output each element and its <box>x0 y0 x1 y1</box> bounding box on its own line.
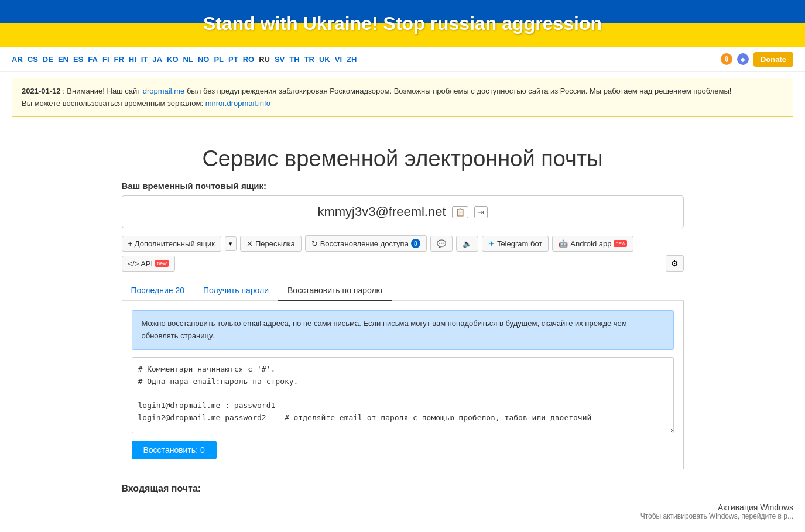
ukraine-banner: Stand with Ukraine! Stop russian aggress… <box>0 0 805 47</box>
language-links: AR CS DE EN ES FA FI FR HI IT JA KO NL N… <box>12 55 357 64</box>
alert-site-link[interactable]: dropmail.me <box>143 87 185 95</box>
restore-icon: ↻ <box>311 239 318 248</box>
api-button[interactable]: </> APInew <box>122 256 175 272</box>
change-email-button[interactable]: ⇥ <box>474 206 488 218</box>
lang-zh[interactable]: ZH <box>347 55 357 64</box>
restore-info-box: Можно восстановить только email адреса, … <box>132 310 674 350</box>
lang-fi[interactable]: FI <box>102 55 109 64</box>
lang-ja[interactable]: JA <box>152 55 162 64</box>
sound-button[interactable]: 🔈 <box>456 236 478 252</box>
lang-tr[interactable]: TR <box>304 55 314 64</box>
nav-bar: AR CS DE EN ES FA FI FR HI IT JA KO NL N… <box>0 47 805 72</box>
donate-button[interactable]: Donate <box>753 52 793 67</box>
ethereum-icon[interactable]: ◆ <box>737 53 749 65</box>
bitcoin-icon[interactable]: ₿ <box>721 53 732 65</box>
lang-de[interactable]: DE <box>43 55 53 64</box>
restore-submit-button[interactable]: Восстановить: 0 <box>132 441 217 459</box>
tab-last20[interactable]: Последние 20 <box>122 281 194 301</box>
alert-text2: был без предупреждения заблокирован Роск… <box>187 87 731 95</box>
alert-box: 2021-01-12 : Внимание! Наш сайт dropmail… <box>12 78 793 118</box>
lang-th[interactable]: TH <box>289 55 299 64</box>
lang-vi[interactable]: VI <box>335 55 342 64</box>
lang-ar[interactable]: AR <box>12 55 23 64</box>
lang-hi[interactable]: HI <box>129 55 136 64</box>
alert-mirror-link[interactable]: mirror.dropmail.info <box>205 99 270 108</box>
lang-sv[interactable]: SV <box>275 55 285 64</box>
lang-fa[interactable]: FA <box>88 55 98 64</box>
tab-passwords[interactable]: Получить пароли <box>194 281 278 301</box>
restore-tab-content: Можно восстановить только email адреса, … <box>122 301 684 469</box>
android-button[interactable]: 🤖 Android appnew <box>552 236 633 252</box>
settings-button[interactable]: ⚙ <box>666 255 684 272</box>
alert-mirror-text: Вы можете воспользоваться временным зерк… <box>22 99 205 108</box>
copy-email-button[interactable]: 📋 <box>452 206 468 218</box>
mailbox-label: Ваш временный почтовый ящик: <box>122 181 684 191</box>
add-mailbox-button[interactable]: + Дополнительный ящик <box>122 236 221 252</box>
lang-ru[interactable]: RU <box>259 55 270 64</box>
forwarding-label: Пересылка <box>255 239 295 248</box>
api-label: </> API <box>128 259 153 268</box>
lang-fr[interactable]: FR <box>114 55 124 64</box>
restore-access-label: Восстановление доступа <box>320 239 409 248</box>
telegram-label: Telegram бот <box>497 239 542 248</box>
forwarding-button[interactable]: ✕ Пересылка <box>240 236 302 252</box>
lang-ko[interactable]: KO <box>167 55 179 64</box>
add-mailbox-label: + Дополнительный ящик <box>128 239 215 248</box>
email-display-box: kmmyj3v3@freeml.net 📋 ⇥ <box>122 195 684 228</box>
telegram-icon: ✈ <box>488 239 495 248</box>
lang-no[interactable]: NO <box>198 55 210 64</box>
restore-access-button[interactable]: ↻ Восстановление доступа 8 <box>305 235 427 252</box>
forwarding-icon: ✕ <box>246 239 253 248</box>
lang-cs[interactable]: CS <box>28 55 38 64</box>
restore-info-text: Можно восстановить только email адреса, … <box>142 319 627 340</box>
lang-pt[interactable]: PT <box>228 55 238 64</box>
page-title: Сервис временной электронной почты <box>122 146 684 171</box>
alert-text1: : Внимание! Наш сайт <box>63 87 143 95</box>
chat-button[interactable]: 💬 <box>430 236 453 252</box>
lang-ro[interactable]: RO <box>243 55 255 64</box>
windows-activation-notice: Активация Windows Чтобы активировать Win… <box>640 503 793 506</box>
lang-uk[interactable]: UK <box>319 55 330 64</box>
restore-access-badge: 8 <box>411 239 420 248</box>
lang-en[interactable]: EN <box>58 55 68 64</box>
lang-it[interactable]: IT <box>141 55 148 64</box>
tab-restore[interactable]: Восстановить по паролю <box>278 281 392 301</box>
lang-es[interactable]: ES <box>73 55 83 64</box>
alert-date: 2021-01-12 <box>22 87 61 95</box>
tabs: Последние 20 Получить пароли Восстановит… <box>122 281 684 301</box>
email-address: kmmyj3v3@freeml.net <box>317 204 446 219</box>
api-new-badge: new <box>155 260 169 267</box>
password-textarea[interactable]: # Комментари начинаются с '#'. # Одна па… <box>132 357 674 433</box>
ukraine-banner-text: Stand with Ukraine! Stop russian aggress… <box>12 11 793 37</box>
android-icon: 🤖 <box>559 239 568 248</box>
add-mailbox-dropdown[interactable]: ▾ <box>225 236 237 251</box>
windows-activation-line1: Активация Windows <box>640 503 793 506</box>
main-content: Сервис временной электронной почты Ваш в… <box>110 123 696 506</box>
telegram-button[interactable]: ✈ Telegram бот <box>482 236 549 252</box>
lang-nl[interactable]: NL <box>183 55 193 64</box>
incoming-mail-label: Входящая почта: <box>122 483 684 494</box>
android-label: Android app <box>570 239 611 248</box>
android-new-badge: new <box>614 240 627 247</box>
lang-pl[interactable]: PL <box>214 55 224 64</box>
action-buttons: + Дополнительный ящик ▾ ✕ Пересылка ↻ Во… <box>122 235 684 272</box>
nav-right: ₿ ◆ Donate <box>721 52 793 67</box>
